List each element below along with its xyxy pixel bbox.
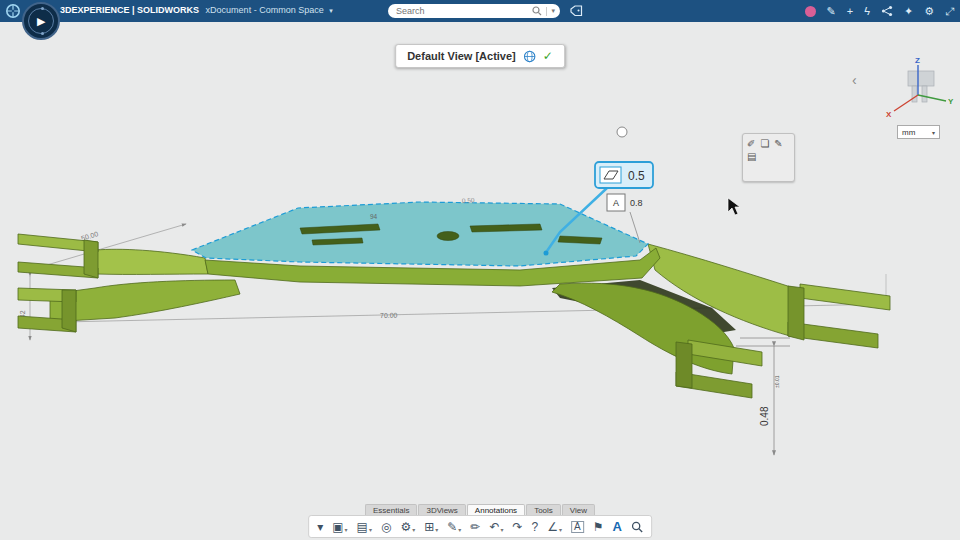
insert-view-icon[interactable]: ▣▾ xyxy=(332,521,347,533)
flash-icon[interactable]: ϟ xyxy=(864,6,870,17)
datum-value: 0.8 xyxy=(630,198,643,208)
font-icon[interactable]: A xyxy=(612,520,621,533)
stylus-icon[interactable]: ✐ xyxy=(747,137,755,150)
datum-label: A xyxy=(613,198,619,208)
active-view-label: Default View [Active] xyxy=(407,50,516,62)
document-context[interactable]: xDocument - Common Space xyxy=(206,5,324,15)
active-view-pill[interactable]: Default View [Active] ✓ xyxy=(395,44,565,68)
magnifier-icon[interactable] xyxy=(631,521,643,533)
redo-icon[interactable]: ↷ xyxy=(512,521,522,533)
undo-icon[interactable]: ↶▾ xyxy=(489,521,503,533)
table-icon[interactable]: ⊞▾ xyxy=(424,521,438,533)
settings-icon[interactable]: ⚙ xyxy=(924,6,934,17)
copy-icon[interactable]: ❏ xyxy=(760,137,769,150)
user-status-dot[interactable] xyxy=(805,6,816,17)
app-title: 3DEXPERIENCE | SOLIDWORKS xDocument - Co… xyxy=(60,5,333,15)
units-caret-icon[interactable]: ▾ xyxy=(932,129,935,136)
search-divider xyxy=(546,7,547,16)
triad-y-label: Y xyxy=(948,97,954,106)
units-dropdown[interactable]: mm ▾ xyxy=(897,125,940,139)
dim-height-value: 0.48 xyxy=(759,406,770,426)
dim-height-tol: ±0.01 xyxy=(774,375,780,388)
note-tool-icon[interactable]: ✎▾ xyxy=(447,521,461,533)
3dexperience-compass-button[interactable]: ▶ xyxy=(22,2,60,40)
check-icon[interactable]: ✓ xyxy=(543,49,553,63)
search-input[interactable] xyxy=(396,6,532,16)
compass-play-icon[interactable]: ▶ xyxy=(37,15,45,28)
help-icon[interactable]: ? xyxy=(532,521,539,533)
part-top-face-selected[interactable]: 94 0.50 xyxy=(192,196,648,266)
note-icon[interactable]: ▤ xyxy=(747,150,756,163)
edit-icon[interactable]: ✎ xyxy=(774,137,782,150)
brand-divider: | xyxy=(132,5,135,15)
search-caret-icon[interactable]: ▾ xyxy=(551,7,555,15)
dim-plate-label: 94 xyxy=(370,213,378,220)
search-bar[interactable]: ▾ xyxy=(388,4,560,18)
top-right-icons: ✎ + ϟ ✦ ⚙ ⤢ xyxy=(805,0,954,22)
compass-south-dot xyxy=(41,32,44,35)
context-caret-icon[interactable]: ▾ xyxy=(329,7,333,14)
gear-icon[interactable]: ⚙▾ xyxy=(400,521,415,533)
brand-app: SOLIDWORKS xyxy=(137,5,199,15)
triad-x-label: X xyxy=(886,110,892,119)
triad-z-label: Z xyxy=(915,56,920,65)
3d-scene[interactable]: 70.00 50.00 1.42 xyxy=(0,22,960,540)
add-icon[interactable]: + xyxy=(847,6,853,17)
tag-icon[interactable] xyxy=(570,5,583,17)
application-window: 3DEXPERIENCE | SOLIDWORKS xDocument - Co… xyxy=(0,0,960,540)
compass-north-dot xyxy=(41,7,44,10)
stamp-icon[interactable]: ✏ xyxy=(470,521,480,533)
globe-icon xyxy=(523,50,536,63)
brand-name: 3DEXPERIENCE xyxy=(60,5,130,15)
sheet-icon[interactable]: ▤▾ xyxy=(357,521,372,533)
search-icon[interactable] xyxy=(532,6,542,16)
balloon-icon[interactable]: ◎ xyxy=(381,521,391,533)
pencil-icon[interactable]: ✎ xyxy=(827,6,836,17)
3ds-logo-icon[interactable] xyxy=(5,3,21,19)
dimension-left-height[interactable]: 1.42 xyxy=(19,276,30,340)
datum-flag-icon[interactable]: ⚑ xyxy=(593,521,604,533)
svg-text:70.00: 70.00 xyxy=(380,312,398,319)
orientation-triad[interactable]: Z X Y xyxy=(884,55,956,125)
dim-chamfer-label: 0.50 xyxy=(462,196,475,204)
flatness-value: 0.5 xyxy=(628,169,645,183)
mouse-cursor xyxy=(728,198,740,215)
framed-text-icon[interactable]: A xyxy=(571,521,584,533)
top-bar: 3DEXPERIENCE | SOLIDWORKS xDocument - Co… xyxy=(0,0,960,22)
panel-collapse-chevron[interactable]: ‹ xyxy=(852,72,857,88)
apps-icon[interactable]: ✦ xyxy=(904,6,913,17)
mini-annotation-toolbar: ✐ ❏ ✎ ▤ xyxy=(742,133,795,182)
share-icon[interactable] xyxy=(881,5,893,17)
expand-toolbar-icon[interactable]: ▾ xyxy=(317,521,323,533)
dimension-icon[interactable]: ∠▾ xyxy=(547,521,562,533)
expand-icon[interactable]: ⤢ xyxy=(945,6,954,17)
units-value: mm xyxy=(902,128,915,137)
viewport-canvas[interactable]: 70.00 50.00 1.42 xyxy=(0,22,960,540)
annotation-toolbar: ▾ ▣▾ ▤▾ ◎ ⚙▾ ⊞▾ ✎▾ ✏ ↶▾ ↷ ? ∠▾ A ⚑ A xyxy=(308,515,652,538)
